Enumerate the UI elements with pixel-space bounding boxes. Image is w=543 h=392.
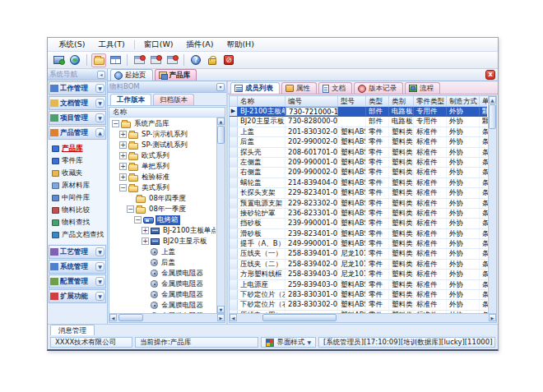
table-cell[interactable]: 部件 — [366, 107, 389, 116]
tree-node[interactable]: +单把系列 — [109, 161, 216, 172]
table-cell[interactable]: 730-721000-12X — [285, 107, 338, 116]
scroll-left-icon[interactable]: ◀ — [230, 314, 237, 321]
table-cell[interactable]: 尼龙1010 — [338, 260, 366, 269]
table-cell[interactable]: 塑料类 — [389, 239, 414, 248]
expand-icon[interactable]: + — [119, 131, 127, 138]
table-cell[interactable]: 塑料类 — [389, 178, 414, 187]
chevron-down-icon[interactable]: ▼ — [95, 247, 104, 256]
table-cell[interactable]: 部件 — [366, 117, 389, 126]
winbadge2-button[interactable] — [148, 53, 163, 67]
desktop-button[interactable] — [51, 53, 66, 67]
table-cell[interactable]: 209-990001-01X — [285, 158, 338, 167]
column-header[interactable]: 类型 — [366, 96, 389, 106]
table-cell[interactable]: 外协 — [447, 117, 480, 126]
sidebar-group-config[interactable]: 配置管理▼ — [49, 274, 106, 288]
scroll-right-icon[interactable]: ▶ — [217, 314, 225, 321]
table-cell[interactable]: 上电源座 — [238, 280, 285, 289]
table-row[interactable]: 挡砂板239-990001-01X塑料ABS零件塑料类标准件外协条 — [230, 219, 487, 228]
table-cell[interactable]: 外协 — [447, 107, 480, 116]
table-cell[interactable] — [338, 117, 366, 126]
table-cell[interactable]: 239-823401-00X — [285, 229, 338, 238]
table-cell[interactable]: 外协 — [447, 158, 480, 167]
sidebar-pin-icon[interactable]: ◂ — [97, 71, 105, 79]
table-cell[interactable]: 标准件 — [414, 270, 447, 279]
table-horizontal-scrollbar[interactable]: ◀ ▶ — [230, 313, 496, 322]
tree-node[interactable]: 金属膜电阻器 — [109, 289, 216, 300]
tab-productlib[interactable]: 产品库 — [155, 69, 197, 81]
tree-hscroll-thumb[interactable] — [118, 314, 143, 321]
sidebar-group-docs[interactable]: 文档管理▼ — [49, 96, 106, 110]
close-tab-icon[interactable]: x — [485, 70, 495, 80]
sidebar-group-sp[interactable]: 扩展功能▼ — [49, 289, 106, 303]
table-cell[interactable]: 标准件 — [414, 290, 447, 299]
table-cell[interactable]: 259-839403-00X — [285, 280, 338, 289]
collapse-icon[interactable]: − — [119, 184, 127, 191]
table-cell[interactable]: 零件 — [366, 127, 389, 136]
help-button[interactable] — [188, 53, 203, 67]
table-cell[interactable]: 零件 — [366, 239, 389, 248]
table-cell[interactable]: 229-823401-00X — [285, 188, 338, 197]
table-cell[interactable]: 塑料类 — [389, 188, 414, 197]
table-cell[interactable]: 压线夹（一） — [238, 249, 285, 258]
chevron-down-icon[interactable]: ▼ — [95, 262, 104, 271]
table-row[interactable]: 右侧盖209-990002-01X塑料ABS零件塑料类标准件外协条 — [230, 168, 487, 178]
table-row[interactable]: 下砂定位片（左）283-830301-00X塑料ABS零件塑料类标准件外协条 — [230, 290, 487, 300]
chevron-up-icon[interactable]: ▲ — [95, 128, 104, 137]
column-header[interactable]: 类别 — [389, 96, 414, 106]
sidebar-group-project[interactable]: 项目管理▼ — [49, 111, 106, 125]
table-cell[interactable]: 尼龙1010 — [338, 249, 366, 258]
table-row[interactable]: 上盖201-830302-00X塑料ABS零件塑料类标准件外协条 — [230, 127, 487, 137]
table-cell[interactable]: 探头壳 — [238, 148, 285, 157]
table-cell[interactable]: BJ20主显示板 — [238, 117, 285, 126]
table-cell[interactable]: 标准件 — [414, 219, 447, 228]
tab-message-management[interactable]: 消息管理 — [50, 325, 95, 335]
scroll-up-icon[interactable]: ▲ — [217, 118, 225, 125]
expand-icon[interactable]: + — [119, 163, 127, 170]
table-cell[interactable]: 标准件 — [414, 249, 447, 258]
table-cell[interactable]: 长探头支架 — [238, 188, 285, 197]
table-cell[interactable]: 283-830301-00X — [285, 290, 338, 299]
tree-node[interactable]: −08年一季度 — [109, 204, 216, 214]
menu-item[interactable]: 帮助(H) — [220, 39, 261, 51]
sidebar-item[interactable]: 物料比较 — [48, 204, 107, 216]
collapse-icon[interactable]: − — [112, 120, 119, 127]
tab-document[interactable]: 文档 — [318, 82, 352, 94]
table-cell[interactable]: 零件 — [366, 280, 389, 289]
table-cell[interactable]: 标准件 — [414, 260, 447, 269]
table-cell[interactable]: 零件 — [366, 260, 389, 269]
column-header[interactable]: 零件类型 — [414, 96, 447, 106]
sidebar-group-work[interactable]: 工作管理▼ — [49, 81, 106, 95]
table-row[interactable]: 滑砂板239-823401-00X塑料ABS零件塑料类标准件外协条 — [230, 229, 487, 239]
table-cell[interactable]: 零件 — [366, 188, 389, 197]
sidebar-item[interactable]: 产品文档查找 — [48, 228, 107, 241]
tree-node[interactable]: 金属膜电阻器 — [109, 279, 216, 289]
table-row[interactable]: 压线夹（一）258-839401-00X尼龙1010零件塑料类标准件外协条 — [230, 249, 487, 259]
sidebar-item[interactable]: 原材料库 — [48, 179, 107, 191]
table-cell[interactable]: 塑料类 — [389, 148, 414, 157]
table-cell[interactable]: 标准件 — [414, 127, 447, 136]
sidebar-item[interactable]: 物料查找 — [48, 216, 107, 228]
collapse-icon[interactable]: − — [127, 205, 134, 213]
tree-scroll-thumb[interactable] — [217, 126, 225, 144]
tree-node[interactable]: 后盖 — [109, 257, 216, 268]
tab-version[interactable]: 版本记录 — [354, 82, 403, 94]
table-cell[interactable]: 塑料ABS — [338, 148, 366, 157]
table-cell[interactable]: 208-601701-01X — [285, 148, 338, 157]
table-cell[interactable]: 236-823301-00X — [285, 209, 338, 218]
table-cell[interactable]: 外协 — [447, 249, 480, 258]
table-cell[interactable]: 塑料类 — [389, 229, 414, 238]
expand-icon[interactable]: + — [119, 141, 127, 149]
table-cell[interactable]: 塑料ABS — [338, 199, 366, 208]
scroll-left-icon[interactable]: ◀ — [109, 314, 117, 321]
menu-item[interactable]: 系统(S) — [52, 39, 91, 51]
table-cell[interactable]: 标准件 — [414, 239, 447, 248]
table-cell[interactable]: 塑料ABS — [338, 229, 366, 238]
table-cell[interactable]: 外协 — [447, 300, 480, 309]
table-cell[interactable]: 标准件 — [414, 137, 447, 146]
table-cell[interactable]: 方形塑料线框 — [238, 270, 285, 279]
table-cell[interactable]: 塑料类 — [389, 249, 414, 258]
table-cell[interactable]: 零件 — [366, 168, 389, 177]
table-cell[interactable]: 标准件 — [414, 199, 447, 208]
winbadge1-button[interactable] — [132, 53, 146, 67]
table-cell[interactable]: 外协 — [447, 229, 480, 238]
